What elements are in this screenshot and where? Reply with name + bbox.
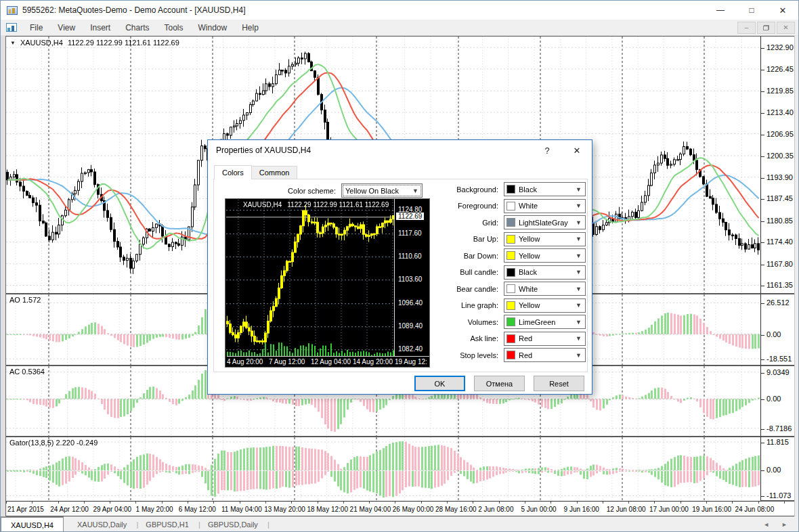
chart-tab[interactable]: GBPUSD,Daily	[198, 516, 267, 532]
chart-tabs: XAUUSD,H4XAUUSD,DailyGBPUSD,H1GBPUSD,Dai…	[1, 516, 267, 532]
chevron-down-icon[interactable]: ▼	[10, 40, 16, 46]
color-select[interactable]: Black ▼	[504, 182, 586, 196]
time-tick: 26 May 00:00	[393, 506, 434, 513]
dialog-button[interactable]: Отмена	[474, 376, 525, 391]
color-setting-row: Grid: LightSlateGray ▼	[428, 215, 586, 229]
gator-indicator-pane[interactable]: Gator(13,8,5) 2.220 -0.249	[6, 437, 760, 502]
time-tick: 1 May 20:00	[136, 506, 173, 513]
price-axis[interactable]: 1232.901226.451219.851213.401206.951200.…	[760, 36, 794, 294]
color-select[interactable]: Red ▼	[504, 332, 586, 346]
price-tick: 1174.40	[766, 238, 793, 246]
chart-tab[interactable]: XAUUSD,H4	[1, 516, 64, 532]
menu-item[interactable]: Insert	[83, 23, 118, 32]
tab-scroll-left-icon[interactable]: ◄	[763, 521, 769, 528]
menu-item[interactable]: Charts	[118, 23, 156, 32]
price-tick: 1206.95	[766, 130, 794, 138]
dialog-tab[interactable]: Common	[251, 166, 298, 179]
ohlc-values: 1122.29 1122.99 1121.61 1122.69	[68, 39, 179, 47]
time-tick: 13 May 20:00	[264, 506, 305, 513]
ao-axis[interactable]: 26.5120.00-18.551	[760, 294, 794, 366]
ac-axis[interactable]: 9.03490.00-8.7186	[760, 366, 794, 437]
dialog-tab[interactable]: Colors	[214, 165, 252, 179]
color-select[interactable]: Yellow ▼	[504, 248, 586, 263]
gator-tick: 11.815	[766, 438, 789, 446]
dialog-close-button[interactable]: ✕	[562, 140, 592, 160]
ac-label: AC 0.5364	[9, 368, 45, 376]
gator-axis[interactable]: 11.8150.00-11.073	[760, 437, 794, 502]
chart-tab[interactable]: GBPUSD,H1	[136, 516, 198, 532]
color-setting-row: Line graph: Yellow ▼	[428, 298, 586, 313]
time-tick: 6 May 12:00	[179, 506, 216, 513]
price-tick: 1232.90	[766, 43, 794, 51]
chart-symbol-label[interactable]: ▼ XAUUSD,H4 1122.29 1122.99 1121.61 1122…	[10, 39, 179, 47]
price-tick: 1193.90	[766, 173, 793, 181]
color-swatch	[506, 202, 515, 210]
color-setting-label: Bear candle:	[428, 285, 504, 293]
preview-time-tick: 4 Aug 20:00	[227, 358, 263, 365]
menu-item[interactable]: Help	[234, 23, 266, 32]
chart-window-icon[interactable]	[6, 23, 17, 32]
color-select[interactable]: White ▼	[504, 282, 586, 296]
preview-time-tick: 19 Aug 12:	[395, 358, 427, 365]
tab-scroll-right-icon[interactable]: ►	[781, 521, 787, 528]
time-axis[interactable]: 21 Apr 201524 Apr 12:0029 Apr 04:001 May…	[6, 502, 794, 516]
chart-preview: XAUUSD,H4 1122.29 1122.99 1121.61 1122.6…	[225, 198, 430, 368]
dialog-button[interactable]: OK	[414, 376, 465, 391]
menu-item[interactable]: File	[22, 23, 50, 32]
menu-item[interactable]: Window	[191, 23, 235, 32]
chevron-down-icon: ▼	[576, 335, 585, 342]
gator-tick: 0.00	[766, 466, 781, 474]
application-window: 5955262: MetaQuotes-Demo - Demo Account …	[0, 0, 799, 532]
gator-label: Gator(13,8,5) 2.220 -0.249	[9, 439, 98, 447]
menu-item[interactable]: View	[50, 23, 83, 32]
chevron-down-icon: ▼	[576, 319, 585, 326]
dialog-help-button[interactable]: ?	[532, 140, 562, 160]
dialog-button[interactable]: Reset	[534, 376, 584, 391]
mdi-close-button[interactable]: ✕	[777, 22, 795, 34]
time-tick: 17 Jun 00:00	[649, 506, 689, 513]
window-controls: — □ ✕	[705, 1, 798, 20]
color-select[interactable]: Red ▼	[504, 348, 586, 362]
minimize-button[interactable]: —	[705, 1, 736, 20]
color-select[interactable]: Yellow ▼	[504, 232, 586, 246]
color-setting-row: Foreground: White ▼	[428, 199, 586, 213]
color-select[interactable]: LightSlateGray ▼	[504, 215, 586, 229]
maximize-button[interactable]: □	[736, 1, 767, 20]
mdi-restore-button[interactable]	[757, 22, 775, 34]
close-button[interactable]: ✕	[767, 1, 798, 20]
properties-dialog: Properties of XAUUSD,H4 ? ✕ ColorsCommon…	[207, 139, 592, 395]
chevron-down-icon: ▼	[576, 286, 585, 292]
chart-tab[interactable]: XAUUSD,Daily	[68, 516, 136, 532]
title-bar[interactable]: 5955262: MetaQuotes-Demo - Demo Account …	[1, 1, 798, 20]
color-swatch	[506, 218, 515, 227]
mdi-minimize-button[interactable]: –	[737, 22, 756, 34]
chevron-down-icon: ▼	[576, 269, 585, 275]
menu-item[interactable]: Tools	[157, 23, 191, 32]
color-select[interactable]: Black ▼	[504, 265, 586, 280]
color-scheme-select[interactable]: Yellow On Black ▼	[341, 183, 423, 198]
color-select[interactable]: Yellow ▼	[504, 298, 586, 313]
window-title: 5955262: MetaQuotes-Demo - Demo Account …	[22, 5, 245, 15]
ao-tick: -18.551	[766, 355, 792, 363]
color-setting-label: Grid:	[428, 219, 504, 227]
preview-price-axis: 1124.801122.691117.601110.601103.601096.…	[394, 199, 429, 357]
color-swatch	[506, 235, 515, 244]
color-select[interactable]: LimeGreen ▼	[504, 315, 586, 329]
preview-price-tick: 1103.60	[398, 275, 422, 283]
preview-price-tick: 1089.40	[398, 322, 423, 330]
color-setting-row: Bar Up: Yellow ▼	[428, 232, 586, 246]
gator-canvas[interactable]	[6, 437, 760, 501]
dialog-title-bar[interactable]: Properties of XAUUSD,H4 ? ✕	[208, 140, 592, 160]
ac-tick: -8.7186	[766, 424, 792, 433]
time-tick: 19 Jun 16:00	[692, 506, 731, 513]
time-tick: 24 Apr 12:00	[50, 506, 89, 513]
color-select[interactable]: White ▼	[504, 199, 586, 213]
price-tick: 1213.40	[766, 108, 794, 116]
color-setting-row: Ask line: Red ▼	[428, 332, 586, 346]
time-tick: 5 Jun 00:00	[521, 506, 556, 513]
right-window-edge	[794, 36, 799, 516]
ao-tick: 0.00	[766, 330, 781, 338]
preview-time-tick: 12 Aug 04:00	[311, 358, 351, 365]
price-tick: 1161.35	[766, 281, 793, 289]
price-tick: 1200.35	[766, 152, 794, 160]
